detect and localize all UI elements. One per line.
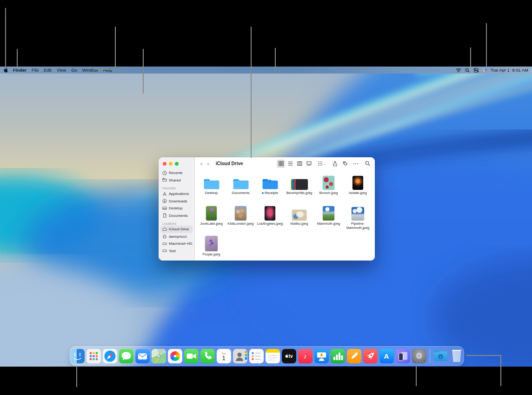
file-grid: Desktop Documents ✈ Receipts bbox=[195, 170, 375, 261]
list-view-button[interactable] bbox=[286, 160, 294, 168]
file-malibu[interactable]: Malibu.jpeg bbox=[285, 202, 314, 233]
file-brunch[interactable]: Brunch.jpeg bbox=[314, 172, 343, 202]
document-icon bbox=[162, 213, 167, 218]
dock-downloads-folder-icon[interactable]: ↓ bbox=[433, 349, 448, 363]
minimize-button[interactable] bbox=[169, 162, 173, 166]
dock-pages-icon[interactable] bbox=[347, 349, 361, 363]
dock-music-icon[interactable]: ♪ bbox=[298, 349, 313, 363]
file-pipeline-mammoth[interactable]: Pipeline-Mammoth.jpeg bbox=[343, 202, 372, 233]
image-thumbnail bbox=[292, 210, 306, 221]
desktop-icon bbox=[162, 206, 167, 211]
dock-launchpad-icon[interactable] bbox=[86, 349, 101, 363]
share-button[interactable] bbox=[332, 161, 338, 167]
image-thumbnail bbox=[352, 176, 363, 190]
file-losangeles[interactable]: LosAngeles.jpeg bbox=[255, 202, 285, 233]
downloads-icon bbox=[162, 199, 167, 203]
group-by-button[interactable]: ⌄ bbox=[318, 161, 326, 166]
menu-bar: Finder File Edit View Go Window Help bbox=[0, 67, 532, 74]
spotlight-search-icon[interactable] bbox=[465, 68, 470, 73]
file-documents-folder[interactable]: Documents bbox=[226, 172, 255, 202]
download-arrow-icon: ↓ bbox=[438, 354, 443, 359]
file-junelake[interactable]: JuneLake.jpeg bbox=[197, 202, 226, 233]
menu-edit[interactable]: Edit bbox=[44, 67, 51, 74]
image-thumbnail bbox=[265, 206, 275, 221]
menu-view[interactable]: View bbox=[57, 67, 66, 74]
callout-apple-menu bbox=[5, 8, 6, 67]
sidebar-item-macintosh-hd[interactable]: Macintosh HD bbox=[160, 240, 193, 248]
airplane-icon: ✈ bbox=[262, 178, 279, 183]
dock-contacts-icon[interactable] bbox=[233, 349, 247, 363]
file-kidslondon[interactable]: KidsLondon.jpeg bbox=[226, 202, 255, 233]
file-desktop-folder[interactable]: Desktop bbox=[197, 172, 226, 202]
file-receipts-folder[interactable]: ✈ Receipts bbox=[255, 172, 285, 202]
sidebar-item-shared[interactable]: Shared bbox=[160, 177, 193, 184]
back-button[interactable]: ‹ bbox=[200, 160, 202, 167]
search-button[interactable] bbox=[365, 161, 370, 166]
menu-window[interactable]: Window bbox=[82, 67, 98, 74]
file-mammoth[interactable]: Mammoth.jpeg bbox=[314, 202, 343, 233]
sidebar-item-recents[interactable]: Recents bbox=[160, 169, 193, 177]
finder-content: ‹ › iCloud Drive bbox=[195, 157, 375, 261]
more-button[interactable] bbox=[353, 163, 359, 165]
dock-safari-icon[interactable] bbox=[103, 349, 117, 363]
file-isolate[interactable]: Isolate.jpeg bbox=[343, 172, 372, 202]
sidebar-item-dannyrico1[interactable]: dannyrico1 bbox=[160, 233, 193, 241]
menu-help[interactable]: Help bbox=[103, 67, 113, 74]
control-center-icon[interactable] bbox=[473, 68, 479, 73]
zoom-button[interactable] bbox=[175, 162, 179, 166]
dock-messages-icon[interactable] bbox=[119, 349, 133, 363]
dock-tv-icon[interactable]: tv bbox=[282, 349, 296, 363]
callout-wifi-status bbox=[470, 47, 471, 67]
menu-file[interactable]: File bbox=[32, 67, 39, 74]
finder-window: Recents Shared Favorites Applications Do… bbox=[159, 157, 375, 261]
callout-app-menu bbox=[17, 49, 18, 67]
dock-notes-icon[interactable] bbox=[266, 349, 280, 363]
sidebar-item-label: Documents bbox=[169, 214, 187, 218]
hard-drive-icon bbox=[162, 248, 167, 253]
dock-facetime-icon[interactable] bbox=[184, 349, 199, 363]
icon-view-button[interactable] bbox=[277, 160, 285, 168]
file-beverlyhills[interactable]: BeverlyHills.jpeg bbox=[285, 172, 314, 202]
dock-finder-icon[interactable] bbox=[70, 349, 85, 363]
file-purple[interactable]: Purple.jpeg bbox=[197, 233, 226, 261]
dock-trash-icon[interactable] bbox=[450, 349, 464, 363]
sidebar-item-label: Recents bbox=[169, 171, 182, 175]
dock-keynote-icon[interactable] bbox=[314, 349, 329, 363]
dock-app-store-icon[interactable]: A bbox=[379, 349, 394, 363]
siri-icon[interactable] bbox=[483, 68, 487, 72]
apple-menu[interactable] bbox=[4, 67, 8, 73]
dock-reminders-icon[interactable] bbox=[249, 349, 264, 363]
sidebar-item-documents[interactable]: Documents bbox=[160, 212, 193, 220]
app-menu-finder[interactable]: Finder bbox=[13, 67, 27, 74]
menu-bar-clock[interactable]: Tue Apr 1 9:41 AM bbox=[491, 67, 528, 73]
sidebar-item-desktop[interactable]: Desktop bbox=[160, 205, 193, 212]
sidebar-item-downloads[interactable]: Downloads bbox=[160, 198, 193, 205]
dock-iphone-mirroring-icon[interactable] bbox=[396, 349, 410, 363]
gallery-view-button[interactable] bbox=[305, 160, 313, 168]
wifi-icon[interactable] bbox=[456, 68, 461, 73]
sidebar-item-icloud-drive[interactable]: iCloud Drive bbox=[160, 226, 193, 233]
dock-rocket-icon[interactable] bbox=[363, 349, 378, 363]
sidebar-item-label: Test bbox=[169, 249, 176, 253]
callout-trash-horizontal bbox=[466, 355, 501, 356]
menu-go[interactable]: Go bbox=[71, 67, 77, 74]
screenshot-stage: Finder File Edit View Go Window Help bbox=[0, 0, 532, 395]
sidebar-item-test[interactable]: Test bbox=[160, 248, 193, 255]
view-switcher bbox=[277, 160, 313, 168]
sidebar-item-label: Applications bbox=[169, 192, 189, 196]
dock-system-settings-icon[interactable]: ⚙ bbox=[412, 349, 426, 363]
dock-numbers-icon[interactable] bbox=[331, 349, 345, 363]
dock-mail-icon[interactable] bbox=[135, 349, 150, 363]
dock-maps-icon[interactable] bbox=[152, 349, 166, 363]
close-button[interactable] bbox=[163, 162, 166, 166]
column-view-button[interactable] bbox=[295, 160, 304, 168]
dock-phone-icon[interactable] bbox=[200, 349, 215, 363]
dock-calendar-icon[interactable]: Tue 1 bbox=[217, 349, 231, 363]
dock: Tue 1 tv ♪ bbox=[70, 346, 464, 366]
forward-button[interactable]: › bbox=[207, 160, 209, 167]
sidebar-item-applications[interactable]: Applications bbox=[160, 190, 193, 198]
image-thumbnail bbox=[235, 206, 246, 221]
tags-button[interactable] bbox=[343, 161, 348, 166]
callout-desktop bbox=[143, 49, 144, 94]
dock-photos-icon[interactable] bbox=[168, 349, 182, 363]
